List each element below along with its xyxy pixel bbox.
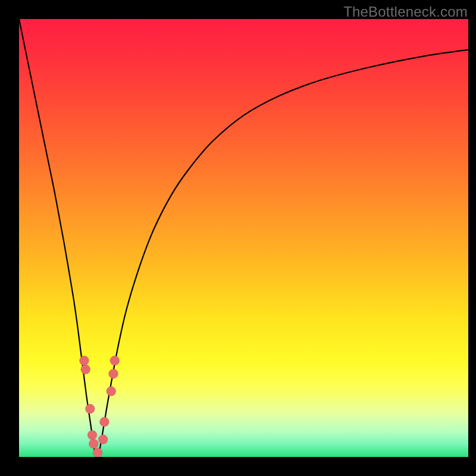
data-marker	[93, 448, 102, 457]
data-marker	[81, 365, 90, 374]
attribution-watermark: TheBottleneck.com	[343, 4, 468, 20]
plot-area	[19, 19, 468, 457]
data-marker	[98, 435, 108, 444]
data-markers	[79, 356, 119, 457]
data-marker	[107, 387, 116, 396]
data-marker	[85, 404, 95, 414]
data-marker	[87, 430, 97, 440]
data-marker	[99, 417, 109, 427]
data-marker	[110, 356, 120, 365]
data-marker	[89, 439, 98, 449]
bottleneck-curve	[19, 19, 468, 457]
data-marker	[79, 356, 89, 365]
data-marker	[109, 369, 118, 378]
chart-frame: TheBottleneck.com	[0, 0, 476, 476]
chart-svg	[19, 19, 468, 457]
